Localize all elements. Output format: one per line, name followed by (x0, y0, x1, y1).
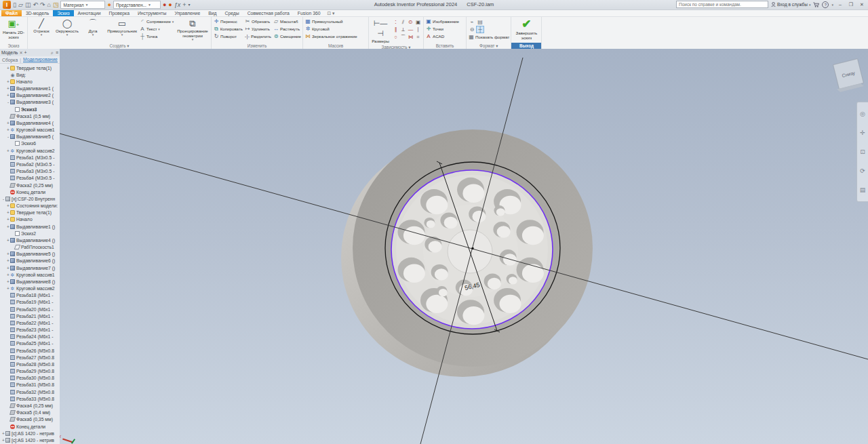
constraint-collinear-icon[interactable]: ⫽ (399, 18, 407, 26)
rectangle-button[interactable]: ▭ Прямоугольник ▾ (106, 18, 138, 36)
tree-item[interactable]: +Выдавливание5 () (0, 251, 60, 258)
tree-item[interactable]: +Выдавливание6 () (0, 258, 60, 264)
extend-button[interactable]: ↦Удлинить (244, 25, 271, 33)
move-button[interactable]: ✛Перенос (213, 18, 243, 25)
trim-button[interactable]: ✂Обрезать (244, 18, 271, 25)
tree-item[interactable]: +✲Круговой массив1 (0, 271, 60, 278)
full-navigation-wheel-icon[interactable]: ◎ (860, 110, 865, 117)
tree-item[interactable]: Фаска5 (0,4 мм) (0, 409, 60, 416)
mirror-button[interactable]: ⋈Зеркальное отражение (304, 33, 367, 40)
sign-in-button[interactable]: Вход в службы ▾ (771, 2, 810, 7)
stretch-button[interactable]: ↔Растянуть (273, 25, 301, 33)
clear-appearance-icon[interactable]: ● (168, 1, 172, 9)
adjust-icon[interactable]: ● (163, 1, 166, 9)
tree-item[interactable]: +Выдавливание4 () (0, 237, 60, 243)
browser-mode-assembly[interactable]: Сборка (2, 58, 18, 62)
tree-item[interactable]: -Выдавливание3 ( (0, 99, 60, 106)
show-format-button[interactable]: ▦ Показать формат (468, 33, 509, 41)
center-point-toggle-icon[interactable]: ┼ (476, 26, 484, 33)
tree-item[interactable]: Фаска6 (0,35 мм) (0, 416, 60, 423)
tree-item[interactable]: Фаска2 (0,25 мм) (0, 182, 60, 188)
tab-управление[interactable]: Управление (170, 10, 204, 16)
constraint-smooth-icon[interactable]: ⌒ (399, 33, 407, 41)
tree-item[interactable]: +✲Круговой массив2 (0, 285, 60, 292)
construction-toggle-icon[interactable]: ⌁ (468, 18, 476, 26)
tree-item[interactable]: Резьба33 (M5x0.8 (0, 395, 60, 402)
tree-item[interactable]: Резьба32 (M5x0.8 (0, 388, 60, 395)
inventor-logo-icon[interactable]: I (3, 1, 11, 9)
tree-item[interactable]: Резьба27 (M5x0.8 (0, 354, 60, 361)
constraint-concentric-icon[interactable]: ⊙ (407, 18, 414, 26)
line-button[interactable]: ╱ Отрезок ▾ (29, 18, 54, 36)
appearance-dropdown[interactable]: Представлен... ▼ (113, 1, 161, 9)
undo-icon[interactable]: ↶ (33, 1, 38, 9)
tree-item[interactable]: Резьба28 (M5x0.8 (0, 361, 60, 367)
constraint-perpendicular-icon[interactable]: ⟂ (399, 26, 407, 33)
restore-button[interactable]: ❒ (847, 2, 855, 7)
store-cart-icon[interactable] (813, 2, 819, 7)
pan-icon[interactable]: ✛ (860, 129, 865, 136)
insert-image-button[interactable]: ▣Изображение (425, 18, 465, 25)
tree-item[interactable]: Фаска4 (0,25 мм) (0, 402, 60, 409)
text-button[interactable]: A Текст ▾ (139, 25, 174, 33)
tree-item[interactable]: Резьба1 (M3x0.5 - (0, 154, 60, 161)
tree-item[interactable]: +Твердые тела(1) (0, 209, 60, 216)
offset-button[interactable]: ⊚Смещение (273, 33, 301, 40)
tree-item[interactable]: Резьба18 (M6x1 - (0, 292, 60, 299)
tree-item[interactable]: +Выдавливание2 ( (0, 92, 60, 99)
orbit-icon[interactable]: ⟳ (860, 167, 865, 174)
arc-button[interactable]: ⌒ Дуга ▾ (81, 18, 105, 36)
tree-item[interactable]: -[x]:CSF-20 Внутренн (0, 195, 60, 202)
close-button[interactable]: ✕ (858, 2, 866, 7)
tree-item[interactable]: Резьба19 (M6x1 - (0, 299, 60, 306)
constraint-vertical-icon[interactable]: ∣ (414, 26, 422, 33)
plus-icon[interactable]: + (182, 1, 186, 9)
tree-item[interactable]: Конец детали (0, 423, 60, 430)
tree-item[interactable]: Резьба22 (M6x1 - (0, 319, 60, 326)
tab-инструменты[interactable]: Инструменты (134, 10, 170, 16)
tree-item[interactable]: Эскиз3 (0, 106, 60, 113)
rotate-button[interactable]: ↻Поворот (213, 33, 243, 40)
point-button[interactable]: ┼ Точка (139, 33, 174, 40)
tab-файл[interactable]: Файл (1, 10, 22, 16)
tree-item[interactable]: +Выдавливание1 ( (0, 85, 60, 92)
start-2d-sketch-button[interactable]: ▣+ Начать 2D-эскиз (1, 18, 26, 39)
tree-item[interactable]: Резьба20 (M6x1 - (0, 306, 60, 312)
browser-close-icon[interactable]: ✕ (19, 50, 22, 55)
parameters-fx-icon[interactable]: ƒx (174, 1, 181, 9)
tree-item[interactable]: Резьба30 (M5x0.8 (0, 375, 60, 382)
tree-item[interactable]: Резьба25 (M6x1 - (0, 340, 60, 347)
zoom-window-icon[interactable]: ⊡ (860, 148, 865, 155)
tree-item[interactable]: +Выдавливание8 () (0, 278, 60, 285)
constraint-coincident-icon[interactable]: ⁚ (392, 18, 399, 26)
project-geometry-button[interactable]: ⧉ Проецирование геометрии ▾ (176, 18, 210, 41)
render-icon[interactable]: ◳ (53, 1, 59, 9)
tree-item[interactable]: Резьба4 (M3x0.5 - (0, 175, 60, 182)
insert-acad-button[interactable]: AACAD (425, 33, 465, 40)
tree-item[interactable]: Резьба2 (M3x0.5 - (0, 161, 60, 167)
tree-item[interactable]: +Твердые тела(1) (0, 64, 60, 71)
constraint-equal-icon[interactable]: = (414, 33, 422, 41)
tree-item[interactable]: Резьба24 (M6x1 - (0, 334, 60, 340)
tree-item[interactable]: Резьба21 (M6x1 - (0, 312, 60, 319)
appearance-sphere-icon[interactable]: ● (107, 1, 111, 9)
tree-item[interactable]: +[c]:AS 1420 - нетрив (0, 430, 60, 437)
tree-item[interactable]: РабПлоскость1 (0, 243, 60, 250)
tree-item[interactable]: Резьба3 (M3x0.5 - (0, 168, 60, 175)
tab-3d-модель[interactable]: 3D-модель (22, 10, 53, 16)
tree-item[interactable]: Эскиз6 (0, 140, 60, 147)
tree-item[interactable]: +Выдавливание1 () (0, 223, 60, 230)
tab-среды[interactable]: Среды (220, 10, 243, 16)
finish-sketch-button[interactable]: ✔ Завершить эскиз (513, 18, 539, 40)
tree-item[interactable]: Резьба29 (M5x0.8 (0, 368, 60, 375)
constraint-symmetric-icon[interactable]: ⋈ (407, 33, 414, 41)
browser-mode-modeling[interactable]: Моделирование (23, 57, 58, 62)
driven-dimension-toggle-icon[interactable]: ⊖ (468, 26, 476, 33)
fillet-button[interactable]: ◜ Сопряжение ▾ (139, 18, 174, 25)
tree-item[interactable]: Резьба31 (M5x0.8 (0, 382, 60, 388)
tab-вид[interactable]: Вид (204, 10, 220, 16)
qat-customize-icon[interactable]: ▾ (189, 1, 191, 9)
help-icon[interactable]: ? (822, 1, 829, 8)
tree-item[interactable]: +Начало (0, 216, 60, 223)
tree-item[interactable]: Фаска1 (0,5 мм) (0, 113, 60, 119)
